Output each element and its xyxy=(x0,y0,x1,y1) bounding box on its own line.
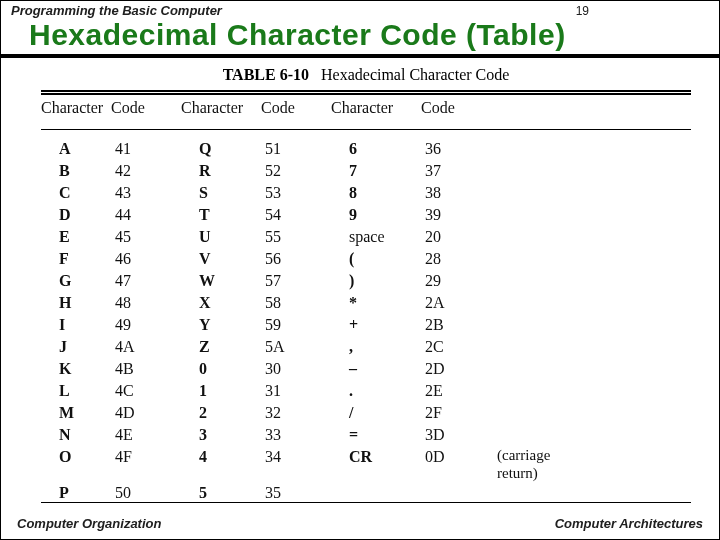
cell-character: ( xyxy=(331,248,421,270)
cell-code: 2E xyxy=(421,380,491,402)
cell-code: 51 xyxy=(261,138,331,160)
cell-code: 46 xyxy=(111,248,181,270)
table-row: G47W57)29 xyxy=(41,270,691,292)
table-caption: TABLE 6-10 Hexadecimal Character Code xyxy=(41,66,691,84)
cell-character: R xyxy=(181,160,261,182)
row-note xyxy=(491,160,691,182)
cell-character: 3 xyxy=(181,424,261,446)
row-note xyxy=(491,248,691,270)
table-row: J4AZ5A,2C xyxy=(41,336,691,358)
cell-code: 57 xyxy=(261,270,331,292)
cell-character: 8 xyxy=(331,182,421,204)
row-note xyxy=(491,226,691,248)
cell-code: 52 xyxy=(261,160,331,182)
cell-character: G xyxy=(41,270,111,292)
cell-character: C xyxy=(41,182,111,204)
cell-code: 34 xyxy=(261,446,331,482)
cell-character: X xyxy=(181,292,261,314)
cell-code: 36 xyxy=(421,138,491,160)
cell-character: . xyxy=(331,380,421,402)
cell-character: 2 xyxy=(181,402,261,424)
slide-title: Hexadecimal Character Code (Table) xyxy=(1,18,719,58)
table-row: P50535 xyxy=(41,482,691,504)
cell-code: 35 xyxy=(261,482,331,504)
row-note xyxy=(491,358,691,380)
cell-code: 45 xyxy=(111,226,181,248)
table-wrap: TABLE 6-10 Hexadecimal Character Code Ch… xyxy=(1,58,719,504)
table-header-row: Character Code Character Code Character … xyxy=(41,95,691,123)
cell-code: 5A xyxy=(261,336,331,358)
cell-code: 4D xyxy=(111,402,181,424)
table-caption-text: Hexadecimal Character Code xyxy=(321,66,509,83)
cell-character: ) xyxy=(331,270,421,292)
table-body: A41Q51636B42R52737C43S53838D44T54939E45U… xyxy=(41,130,691,504)
cell-character: T xyxy=(181,204,261,226)
col-header: Code xyxy=(111,99,181,117)
cell-code: 37 xyxy=(421,160,491,182)
table-row: K4B030–2D xyxy=(41,358,691,380)
cell-character: space xyxy=(331,226,421,248)
cell-code: 50 xyxy=(111,482,181,504)
row-note xyxy=(491,336,691,358)
row-note xyxy=(491,380,691,402)
cell-character: M xyxy=(41,402,111,424)
col-header: Character xyxy=(41,99,111,117)
cell-character: 9 xyxy=(331,204,421,226)
cell-character: I xyxy=(41,314,111,336)
cell-character: 0 xyxy=(181,358,261,380)
cell-character: = xyxy=(331,424,421,446)
cell-code: 4C xyxy=(111,380,181,402)
row-note xyxy=(491,424,691,446)
table-caption-label: TABLE 6-10 xyxy=(223,66,309,83)
cell-character: O xyxy=(41,446,111,482)
table-row: H48X58*2A xyxy=(41,292,691,314)
cell-code: 4F xyxy=(111,446,181,482)
cell-code: 41 xyxy=(111,138,181,160)
cell-code: 59 xyxy=(261,314,331,336)
cell-character: S xyxy=(181,182,261,204)
table-row: D44T54939 xyxy=(41,204,691,226)
cell-code: 55 xyxy=(261,226,331,248)
table-row: A41Q51636 xyxy=(41,138,691,160)
row-note: (carriagereturn) xyxy=(491,446,691,482)
cell-character: Y xyxy=(181,314,261,336)
cell-character: 7 xyxy=(331,160,421,182)
top-bar: Programming the Basic Computer 19 xyxy=(1,1,719,18)
bottom-rule xyxy=(41,502,691,503)
cell-code: 20 xyxy=(421,226,491,248)
cell-code: 4B xyxy=(111,358,181,380)
cell-character: E xyxy=(41,226,111,248)
cell-code: 2B xyxy=(421,314,491,336)
cell-character: U xyxy=(181,226,261,248)
cell-character: / xyxy=(331,402,421,424)
table-row: F46V56(28 xyxy=(41,248,691,270)
row-note xyxy=(491,270,691,292)
table-row: E45U55space20 xyxy=(41,226,691,248)
cell-code: 43 xyxy=(111,182,181,204)
row-note xyxy=(491,138,691,160)
cell-code: 32 xyxy=(261,402,331,424)
table-row: M4D232/2F xyxy=(41,402,691,424)
cell-code: 39 xyxy=(421,204,491,226)
cell-character: V xyxy=(181,248,261,270)
cell-code: 31 xyxy=(261,380,331,402)
cell-character: 5 xyxy=(181,482,261,504)
table-row: I49Y59+2B xyxy=(41,314,691,336)
cell-code: 44 xyxy=(111,204,181,226)
cell-character: F xyxy=(41,248,111,270)
cell-code: 2F xyxy=(421,402,491,424)
cell-character: Z xyxy=(181,336,261,358)
page-number: 19 xyxy=(576,4,709,18)
row-note xyxy=(491,204,691,226)
cell-code: 30 xyxy=(261,358,331,380)
cell-code xyxy=(421,482,491,504)
cell-code: 33 xyxy=(261,424,331,446)
cell-code: 58 xyxy=(261,292,331,314)
cell-code: 2C xyxy=(421,336,491,358)
cell-character: * xyxy=(331,292,421,314)
col-header-pad xyxy=(491,99,691,117)
cell-character: J xyxy=(41,336,111,358)
table-row: L4C131.2E xyxy=(41,380,691,402)
table-row: N4E333=3D xyxy=(41,424,691,446)
cell-code: 42 xyxy=(111,160,181,182)
